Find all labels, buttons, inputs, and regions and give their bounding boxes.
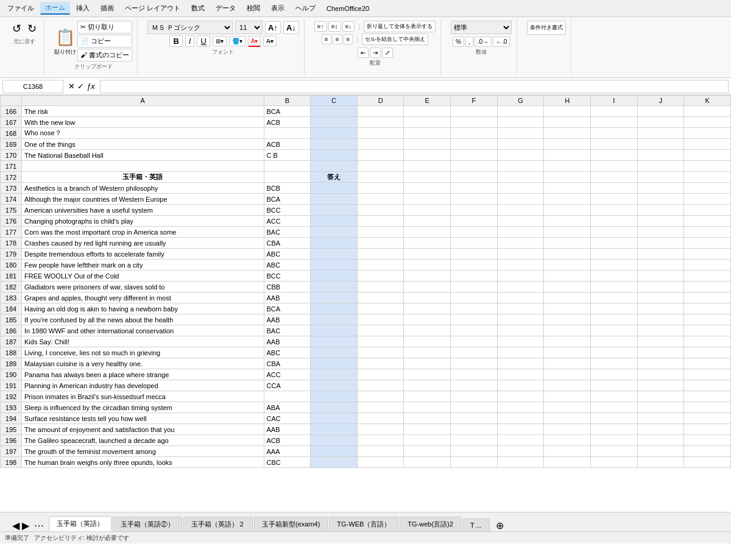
cell-d[interactable] (357, 314, 404, 325)
cell-j[interactable] (637, 260, 684, 271)
menu-help[interactable]: ヘルプ (291, 2, 320, 14)
cell-d[interactable] (357, 347, 404, 358)
cell-g[interactable] (497, 413, 544, 424)
cell-e[interactable] (404, 117, 451, 128)
cell-c[interactable] (311, 271, 358, 282)
indent-decrease-button[interactable]: ⇤ (358, 48, 369, 58)
cell-k[interactable] (684, 435, 731, 446)
cell-i[interactable] (590, 227, 637, 238)
cell-d[interactable] (357, 402, 404, 413)
cell-a[interactable]: In 1980 WWF and other international cons… (22, 325, 264, 336)
cell-a[interactable]: Grapes and apples, thought very differen… (22, 292, 264, 303)
cell-f[interactable] (451, 216, 498, 227)
col-header-h[interactable]: H (544, 96, 591, 106)
cell-i[interactable] (590, 183, 637, 194)
cell-e[interactable] (404, 238, 451, 249)
cell-j[interactable] (637, 161, 684, 172)
cell-j[interactable] (637, 238, 684, 249)
cell-g[interactable] (497, 303, 544, 314)
cell-h[interactable] (544, 325, 591, 336)
cell-a[interactable]: Gladiators were prisoners of war, slaves… (22, 282, 264, 292)
cell-k[interactable] (684, 380, 731, 391)
cell-g[interactable] (497, 336, 544, 347)
cell-j[interactable] (637, 424, 684, 435)
cell-i[interactable] (590, 457, 637, 468)
cell-i[interactable] (590, 325, 637, 336)
cell-c[interactable] (311, 347, 358, 358)
increase-font-button[interactable]: A↑ (265, 21, 281, 34)
cell-f[interactable] (451, 194, 498, 205)
cell-d[interactable] (357, 227, 404, 238)
cell-c[interactable] (311, 402, 358, 413)
cell-b[interactable]: ACB (264, 139, 311, 150)
cell-j[interactable] (637, 446, 684, 457)
cell-d[interactable] (357, 391, 404, 402)
cell-b[interactable]: ACB (264, 435, 311, 446)
font-size-selector[interactable]: 11 (235, 21, 263, 34)
cell-c[interactable] (311, 216, 358, 227)
cell-f[interactable] (451, 238, 498, 249)
cell-b[interactable]: BCC (264, 205, 311, 216)
cell-i[interactable] (590, 282, 637, 292)
cell-c[interactable] (311, 303, 358, 314)
cell-d[interactable] (357, 303, 404, 314)
cell-j[interactable] (637, 347, 684, 358)
cell-g[interactable] (497, 282, 544, 292)
cell-a[interactable] (22, 161, 264, 172)
cell-b[interactable]: CBB (264, 282, 311, 292)
cell-k[interactable] (684, 282, 731, 292)
cell-b[interactable]: CCA (264, 380, 311, 391)
tab-tamateboxe2[interactable]: 玉手箱（英語②） (113, 517, 182, 531)
cell-i[interactable] (590, 380, 637, 391)
comma-button[interactable]: , (465, 37, 473, 47)
cell-g[interactable] (497, 391, 544, 402)
col-header-b[interactable]: B (264, 96, 311, 106)
cell-e[interactable] (404, 292, 451, 303)
cell-k[interactable] (684, 172, 731, 183)
cell-e[interactable] (404, 391, 451, 402)
cell-k[interactable] (684, 336, 731, 347)
tab-more[interactable]: T ... (462, 519, 490, 531)
function-icon[interactable]: ƒx (87, 82, 95, 91)
cell-i[interactable] (590, 402, 637, 413)
cell-h[interactable] (544, 402, 591, 413)
cell-j[interactable] (637, 282, 684, 292)
cell-b[interactable]: C B (264, 150, 311, 161)
tab-tamateboxe-exam4[interactable]: 玉手箱新型(exam4) (254, 517, 328, 531)
cell-g[interactable] (497, 325, 544, 336)
cell-k[interactable] (684, 227, 731, 238)
cell-d[interactable] (357, 358, 404, 369)
cell-i[interactable] (590, 292, 637, 303)
cell-i[interactable] (590, 336, 637, 347)
bold-button[interactable]: B (169, 35, 182, 47)
font-color-button[interactable]: A▾ (248, 36, 261, 47)
col-header-j[interactable]: J (637, 96, 684, 106)
cell-g[interactable] (497, 106, 544, 117)
cell-c[interactable] (311, 380, 358, 391)
cell-d[interactable] (357, 325, 404, 336)
cell-g[interactable] (497, 128, 544, 139)
cell-k[interactable] (684, 238, 731, 249)
cell-g[interactable] (497, 172, 544, 183)
cell-f[interactable] (451, 249, 498, 260)
cell-j[interactable] (637, 413, 684, 424)
cell-b[interactable] (264, 161, 311, 172)
cell-a[interactable]: Despite tremendous efforts to accelerate… (22, 249, 264, 260)
cell-d[interactable] (357, 424, 404, 435)
cell-e[interactable] (404, 139, 451, 150)
cell-h[interactable] (544, 106, 591, 117)
cell-g[interactable] (497, 402, 544, 413)
cell-f[interactable] (451, 161, 498, 172)
cell-j[interactable] (637, 106, 684, 117)
cell-a[interactable]: The National Baseball Hall (22, 150, 264, 161)
cell-b[interactable]: BAC (264, 325, 311, 336)
copy-button[interactable]: 📄 コピー (77, 35, 132, 48)
cell-k[interactable] (684, 150, 731, 161)
cell-f[interactable] (451, 336, 498, 347)
cell-e[interactable] (404, 205, 451, 216)
align-middle-button[interactable]: ≡↕ (328, 21, 341, 32)
cell-f[interactable] (451, 347, 498, 358)
cell-h[interactable] (544, 391, 591, 402)
number-format-selector[interactable]: 標準 (451, 21, 512, 34)
align-top-button[interactable]: ≡↑ (314, 21, 327, 32)
